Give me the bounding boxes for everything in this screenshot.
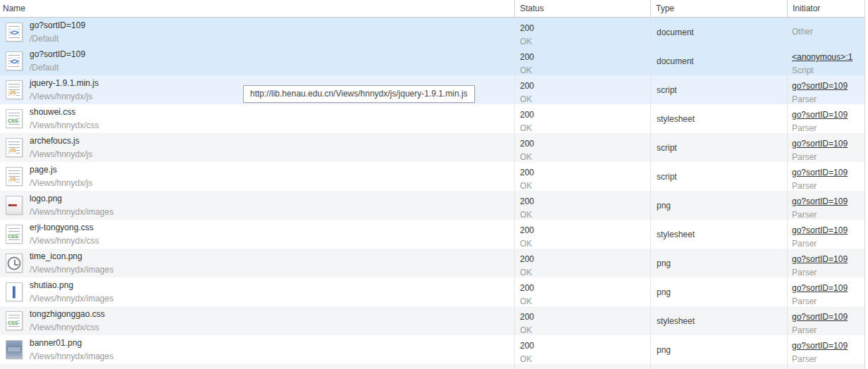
network-table-body: go?sortID=109 /Default 200 OK document O… (0, 18, 864, 364)
request-name: go?sortID=109 (30, 19, 85, 32)
status-text: OK (520, 64, 650, 75)
column-header-status[interactable]: Status (514, 0, 650, 17)
request-type: png (657, 201, 671, 211)
initiator-source[interactable]: go?sortID=109 (792, 339, 848, 353)
initiator-kind: Parser (792, 208, 864, 220)
network-table-header: Name Status Type Initiator (0, 0, 864, 18)
request-name: shouwei.css (30, 106, 99, 119)
table-right-divider (864, 0, 865, 369)
network-request-row[interactable]: banner01.png /Views/hnnydx/images 200 OK… (0, 335, 864, 364)
request-path: /Views/hnnydx/images (30, 350, 113, 363)
status-code: 200 (520, 80, 650, 93)
js-file-icon (6, 138, 23, 157)
request-name: page.js (30, 163, 92, 177)
request-path: /Views/hnnydx/css (30, 321, 105, 334)
status-text: OK (520, 266, 650, 277)
network-request-row[interactable]: erji-tongyong.css /Views/hnnydx/css 200 … (0, 220, 864, 249)
status-code: 200 (520, 311, 650, 324)
network-request-row[interactable]: go?sortID=109 /Default 200 OK document <… (0, 46, 864, 75)
status-code: 200 (520, 166, 650, 180)
initiator-source[interactable]: go?sortID=109 (792, 282, 848, 295)
network-request-row[interactable]: shutiao.png /Views/hnnydx/images 200 OK … (0, 277, 864, 306)
request-type: document (657, 56, 694, 66)
request-type: png (657, 258, 671, 268)
status-text: OK (520, 35, 650, 46)
initiator-kind: Script (792, 64, 864, 75)
request-path: /Views/hnnydx/js (30, 90, 99, 103)
initiator-source[interactable]: go?sortID=109 (792, 311, 848, 324)
request-path: /Default (30, 61, 85, 74)
network-request-row[interactable]: logo.png /Views/hnnydx/images 200 OK png… (0, 191, 864, 220)
request-name: tongzhigonggao.css (30, 308, 105, 321)
request-path: /Views/hnnydx/css (30, 119, 99, 132)
status-code: 200 (520, 137, 650, 151)
image-preview-icon (6, 340, 23, 359)
status-code: 200 (520, 339, 650, 353)
initiator-source: Other (792, 25, 864, 39)
request-path: /Views/hnnydx/js (30, 177, 92, 189)
network-request-row[interactable]: go?sortID=109 /Default 200 OK document O… (0, 18, 864, 46)
status-code: 200 (520, 51, 650, 64)
request-type: document (657, 27, 694, 37)
request-type: stylesheet (657, 230, 695, 239)
request-path: /Views/hnnydx/css (30, 234, 99, 247)
document-icon (6, 51, 23, 70)
status-text: OK (520, 208, 650, 220)
request-path: /Views/hnnydx/images (30, 263, 113, 276)
js-file-icon (6, 80, 23, 99)
initiator-source[interactable]: go?sortID=109 (792, 224, 848, 237)
request-name: go?sortID=109 (30, 48, 85, 61)
status-text: OK (520, 353, 650, 364)
request-type: png (657, 287, 671, 297)
request-name: erji-tongyong.css (30, 221, 99, 234)
status-code: 200 (520, 195, 650, 208)
request-name: logo.png (30, 192, 113, 206)
network-request-row[interactable]: tongzhigonggao.css /Views/hnnydx/css 200… (0, 306, 864, 335)
initiator-source[interactable]: go?sortID=109 (792, 137, 848, 151)
status-code: 200 (520, 22, 650, 35)
initiator-source[interactable]: <anonymous>:1 (792, 51, 852, 64)
status-text: OK (520, 122, 650, 133)
request-name: jquery-1.9.1.min.js (30, 77, 99, 90)
initiator-kind: Parser (792, 122, 864, 133)
status-code: 200 (520, 282, 650, 295)
initiator-kind: Parser (792, 295, 864, 306)
status-text: OK (520, 180, 650, 191)
status-text: OK (520, 295, 650, 306)
request-path: /Views/hnnydx/images (30, 292, 113, 305)
js-file-icon (6, 167, 23, 186)
request-path: /Views/hnnydx/js (30, 148, 92, 161)
initiator-kind: Parser (792, 266, 864, 277)
request-path: /Default (30, 32, 85, 45)
request-path: /Views/hnnydx/images (30, 206, 113, 218)
css-file-icon (6, 225, 23, 244)
network-request-row[interactable]: archefoucs.js /Views/hnnydx/js 200 OK sc… (0, 133, 864, 162)
status-code: 200 (520, 224, 650, 237)
initiator-source[interactable]: go?sortID=109 (792, 166, 848, 180)
network-request-row[interactable]: page.js /Views/hnnydx/js 200 OK script g… (0, 162, 864, 191)
image-preview-icon (6, 282, 23, 301)
initiator-source[interactable]: go?sortID=109 (792, 80, 848, 93)
network-request-row[interactable]: time_icon.png /Views/hnnydx/images 200 O… (0, 249, 864, 277)
column-header-type[interactable]: Type (650, 0, 787, 17)
status-text: OK (520, 324, 650, 335)
network-request-row[interactable]: shouwei.css /Views/hnnydx/css 200 OK sty… (0, 104, 864, 133)
initiator-source[interactable]: go?sortID=109 (792, 195, 848, 208)
request-type: script (657, 143, 677, 153)
column-header-name[interactable]: Name (0, 0, 514, 17)
image-preview-icon (6, 254, 23, 273)
status-code: 200 (520, 108, 650, 122)
initiator-kind: Parser (792, 237, 864, 249)
initiator-kind: Parser (792, 151, 864, 162)
image-preview-icon (6, 196, 23, 215)
initiator-source[interactable]: go?sortID=109 (792, 253, 848, 266)
request-name: banner01.png (30, 337, 113, 350)
css-file-icon (6, 109, 23, 128)
status-text: OK (520, 93, 650, 104)
column-header-initiator[interactable]: Initiator (787, 0, 864, 17)
request-type: script (657, 172, 677, 182)
status-text: OK (520, 237, 650, 249)
initiator-source[interactable]: go?sortID=109 (792, 108, 848, 122)
document-icon (6, 23, 23, 42)
status-text: OK (520, 151, 650, 162)
